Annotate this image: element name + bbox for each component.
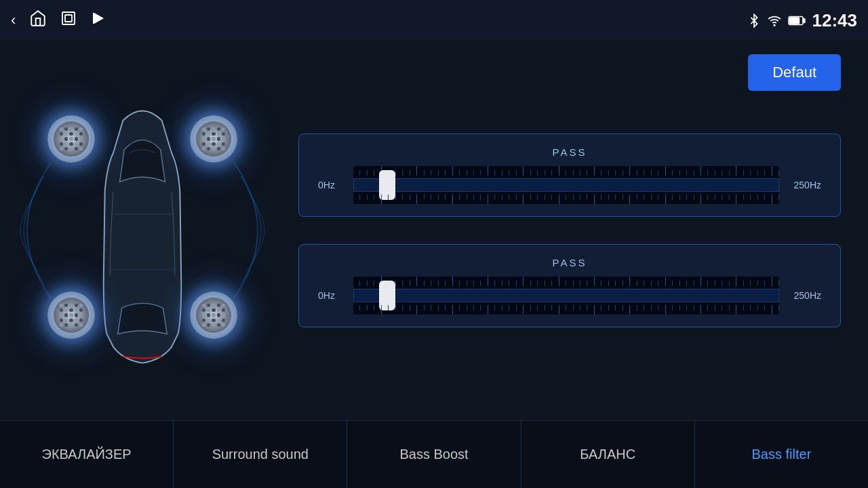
svg-marker-2 xyxy=(94,13,104,24)
slider2-track-area: 0Hz for(let i=0;i<60;i++) document.write… xyxy=(318,277,821,314)
bluetooth-icon xyxy=(747,13,761,28)
car-container xyxy=(20,61,264,400)
slider2-min-label: 0Hz xyxy=(318,290,345,301)
speaker-front-right xyxy=(190,115,237,163)
slider1-ticks-top: for(let i=0;i<60;i++) document.write('<d… xyxy=(353,166,779,176)
car-panel xyxy=(0,41,285,420)
svg-rect-1 xyxy=(65,15,72,22)
car-body-svg xyxy=(75,88,210,373)
slider1-fill xyxy=(353,178,779,192)
window-button[interactable] xyxy=(60,10,77,30)
speaker-rear-left xyxy=(47,291,95,339)
svg-point-4 xyxy=(774,24,775,26)
slider2-container[interactable]: for(let i=0;i<60;i++) document.write('<d… xyxy=(353,277,779,314)
tab-surround[interactable]: Surround sound xyxy=(174,421,347,488)
status-bar: ‹ xyxy=(0,0,868,41)
status-icons xyxy=(747,13,806,28)
slider1-track-area: 0Hz for(let i=0;i<60;i++) document.write… xyxy=(318,166,821,204)
media-button[interactable] xyxy=(90,10,106,30)
slider2-max-label: 250Hz xyxy=(787,290,821,301)
bottom-nav: ЭКВАЛАЙЗЕР Surround sound Bass Boost БАЛ… xyxy=(0,420,868,488)
slider-box-1: PASS 0Hz for(let i=0;i<60;i++) document.… xyxy=(298,134,841,217)
default-button[interactable]: Defaut xyxy=(748,54,841,91)
svg-rect-6 xyxy=(803,18,805,22)
sound-waves-left xyxy=(14,129,54,332)
status-right: 12:43 xyxy=(747,10,858,31)
slider2-label: PASS xyxy=(318,257,821,268)
svg-rect-0 xyxy=(62,12,75,24)
sliders-panel: Defaut PASS 0Hz for(let i=0;i<60;i++) do… xyxy=(285,41,868,420)
tab-balance[interactable]: БАЛАНС xyxy=(521,421,695,488)
nav-icons: ‹ xyxy=(11,9,106,31)
battery-icon xyxy=(788,15,806,26)
main-content: Defaut PASS 0Hz for(let i=0;i<60;i++) do… xyxy=(0,41,868,420)
slider1-label: PASS xyxy=(318,146,821,158)
wifi-icon xyxy=(766,14,783,27)
slider1-container[interactable]: for(let i=0;i<60;i++) document.write('<d… xyxy=(353,166,779,204)
speaker-rear-right xyxy=(190,291,237,339)
back-button[interactable]: ‹ xyxy=(11,12,16,29)
speaker-front-left xyxy=(47,115,95,163)
tab-equalizer[interactable]: ЭКВАЛАЙЗЕР xyxy=(0,421,174,488)
slider2-ticks-top: for(let i=0;i<60;i++) document.write('<d… xyxy=(353,277,779,286)
home-button[interactable] xyxy=(29,9,47,31)
clock: 12:43 xyxy=(812,10,858,31)
slider-box-2: PASS 0Hz for(let i=0;i<60;i++) document.… xyxy=(298,244,841,327)
svg-rect-7 xyxy=(789,18,799,24)
slider1-ticks-bottom: for(let i=0;i<60;i++) document.write('<d… xyxy=(353,195,779,204)
slider1-max-label: 250Hz xyxy=(787,180,821,190)
slider1-min-label: 0Hz xyxy=(318,180,345,190)
tab-bassfilter[interactable]: Bass filter xyxy=(695,421,868,488)
slider2-fill xyxy=(353,289,779,302)
tab-bassboost[interactable]: Bass Boost xyxy=(347,421,521,488)
sound-waves-right xyxy=(231,129,271,332)
slider2-ticks-bottom: for(let i=0;i<60;i++) document.write('<d… xyxy=(353,305,779,314)
